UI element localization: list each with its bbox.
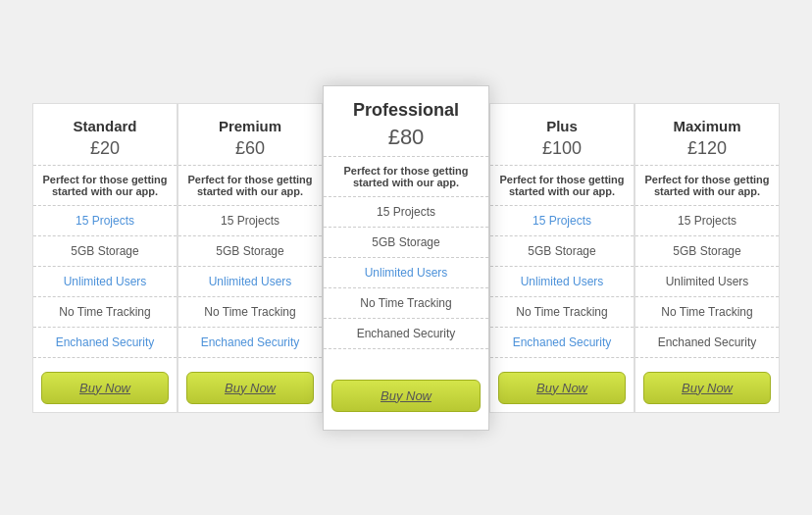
buy-btn-wrap-premium: Buy Now bbox=[178, 358, 322, 412]
plan-feature-standard-1: 5GB Storage bbox=[33, 236, 177, 267]
buy-btn-wrap-standard: Buy Now bbox=[33, 358, 177, 412]
plan-feature-premium-0: 15 Projects bbox=[178, 206, 322, 236]
buy-btn-wrap-plus: Buy Now bbox=[490, 358, 634, 412]
plan-feature-plus-2: Unlimited Users bbox=[490, 267, 634, 297]
pricing-container: Standard£20Perfect for those getting sta… bbox=[23, 83, 789, 433]
buy-btn-standard[interactable]: Buy Now bbox=[41, 372, 169, 404]
buy-btn-plus[interactable]: Buy Now bbox=[498, 372, 626, 404]
plan-feature-professional-4: Enchaned Security bbox=[324, 319, 488, 349]
plan-feature-professional-0: 15 Projects bbox=[324, 197, 488, 228]
plan-price-standard: £20 bbox=[39, 138, 171, 159]
plan-header-professional: Professional£80 bbox=[324, 86, 488, 157]
plan-feature-plus-1: 5GB Storage bbox=[490, 236, 634, 267]
plan-feature-premium-3: No Time Tracking bbox=[178, 297, 322, 328]
plan-price-maximum: £120 bbox=[641, 138, 773, 159]
plan-header-standard: Standard£20 bbox=[33, 104, 177, 166]
plan-header-plus: Plus£100 bbox=[490, 104, 634, 166]
plan-desc-maximum: Perfect for those getting started with o… bbox=[635, 166, 779, 206]
plan-feature-professional-2: Unlimited Users bbox=[324, 258, 488, 288]
plan-name-standard: Standard bbox=[39, 118, 171, 134]
plan-feature-premium-4: Enchaned Security bbox=[178, 328, 322, 358]
buy-btn-premium[interactable]: Buy Now bbox=[186, 372, 314, 404]
plan-feature-plus-0: 15 Projects bbox=[490, 206, 634, 236]
plan-name-maximum: Maximum bbox=[641, 118, 773, 134]
plan-feature-maximum-3: No Time Tracking bbox=[635, 297, 779, 328]
plan-feature-professional-3: No Time Tracking bbox=[324, 288, 488, 319]
buy-btn-wrap-maximum: Buy Now bbox=[635, 358, 779, 412]
plan-col-professional: Professional£80Perfect for those getting… bbox=[323, 85, 489, 431]
buy-btn-professional[interactable]: Buy Now bbox=[331, 380, 481, 412]
plan-price-plus: £100 bbox=[496, 138, 628, 159]
plan-col-maximum: Maximum£120Perfect for those getting sta… bbox=[634, 103, 780, 413]
plan-desc-professional: Perfect for those getting started with o… bbox=[324, 157, 488, 197]
plan-feature-maximum-0: 15 Projects bbox=[635, 206, 779, 236]
plan-feature-standard-0: 15 Projects bbox=[33, 206, 177, 236]
plan-name-plus: Plus bbox=[496, 118, 628, 134]
plan-feature-maximum-1: 5GB Storage bbox=[635, 236, 779, 267]
buy-btn-maximum[interactable]: Buy Now bbox=[643, 372, 771, 404]
plan-desc-premium: Perfect for those getting started with o… bbox=[178, 166, 322, 206]
plan-col-standard: Standard£20Perfect for those getting sta… bbox=[32, 103, 178, 413]
plan-feature-maximum-2: Unlimited Users bbox=[635, 267, 779, 297]
plan-feature-premium-2: Unlimited Users bbox=[178, 267, 322, 297]
plan-feature-standard-4: Enchaned Security bbox=[33, 328, 177, 358]
plan-feature-plus-4: Enchaned Security bbox=[490, 328, 634, 358]
plan-price-premium: £60 bbox=[184, 138, 316, 159]
buy-btn-wrap-professional: Buy Now bbox=[324, 366, 488, 420]
plan-name-premium: Premium bbox=[184, 118, 316, 134]
plan-feature-standard-2: Unlimited Users bbox=[33, 267, 177, 297]
plan-price-professional: £80 bbox=[330, 125, 482, 150]
plan-desc-plus: Perfect for those getting started with o… bbox=[490, 166, 634, 206]
plan-desc-standard: Perfect for those getting started with o… bbox=[33, 166, 177, 206]
plan-col-premium: Premium£60Perfect for those getting star… bbox=[178, 103, 323, 413]
plan-col-plus: Plus£100Perfect for those getting starte… bbox=[489, 103, 634, 413]
plan-feature-maximum-4: Enchaned Security bbox=[635, 328, 779, 358]
plan-feature-professional-1: 5GB Storage bbox=[324, 228, 488, 258]
plan-header-premium: Premium£60 bbox=[178, 104, 322, 166]
plan-feature-standard-3: No Time Tracking bbox=[33, 297, 177, 328]
plan-feature-premium-1: 5GB Storage bbox=[178, 236, 322, 267]
plan-name-professional: Professional bbox=[330, 100, 482, 121]
plan-header-maximum: Maximum£120 bbox=[635, 104, 779, 166]
plan-feature-plus-3: No Time Tracking bbox=[490, 297, 634, 328]
